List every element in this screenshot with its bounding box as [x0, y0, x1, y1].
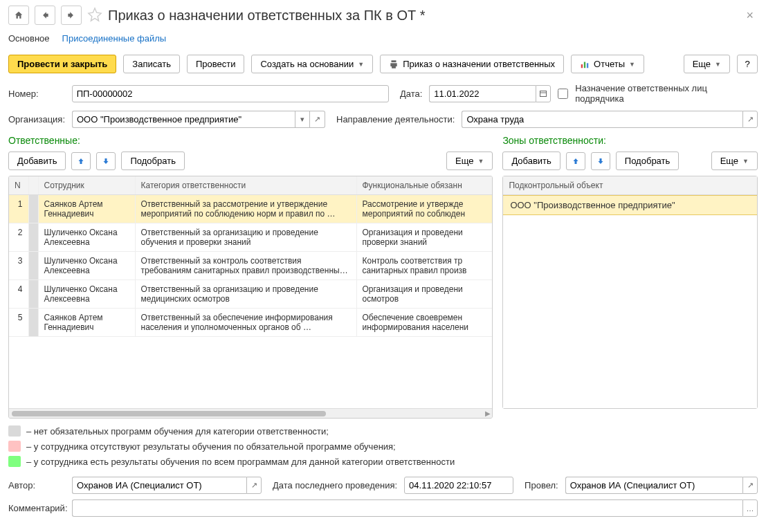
- print-icon: [389, 59, 399, 69]
- responsible-more-button[interactable]: Еще▼: [446, 152, 493, 170]
- open-ref-icon[interactable]: ↗: [246, 477, 262, 494]
- more-label: Еще: [693, 59, 711, 69]
- create-based-on-button[interactable]: Создать на основании ▼: [251, 55, 373, 73]
- caret-down-icon: ▼: [629, 61, 635, 68]
- cell-category: Ответственный за организацию и проведени…: [135, 280, 356, 309]
- zone-row[interactable]: ООО "Производственное предприятие": [503, 195, 757, 215]
- help-button[interactable]: ?: [737, 55, 758, 73]
- open-ref-icon[interactable]: ↗: [742, 477, 758, 494]
- save-button[interactable]: Записать: [123, 55, 180, 73]
- cell-employee: Саянков Артем Геннадиевич: [38, 195, 135, 223]
- home-button[interactable]: [8, 6, 29, 25]
- poster-label: Провел:: [525, 480, 558, 490]
- legend-swatch-green: [8, 456, 21, 467]
- favorite-star-icon[interactable]: [87, 7, 102, 24]
- cell-status: [28, 195, 38, 223]
- comment-label: Комментарий:: [8, 503, 65, 513]
- tab-attachments[interactable]: Присоединенные файлы: [62, 33, 167, 45]
- post-and-close-button[interactable]: Провести и закрыть: [8, 55, 116, 73]
- comment-input[interactable]: [72, 499, 742, 517]
- legend-text-pink: – у сотрудника отсутствуют результаты об…: [26, 441, 396, 452]
- col-header-employee[interactable]: Сотрудник: [38, 176, 135, 195]
- legend-text-gray: – нет обязательных программ обучения для…: [26, 426, 329, 437]
- org-input[interactable]: [72, 111, 295, 128]
- cell-status: [28, 280, 38, 309]
- col-header-duties[interactable]: Функциональные обязанн: [356, 176, 492, 195]
- zones-title: Зоны ответственности:: [502, 135, 758, 146]
- contractor-checkbox[interactable]: [558, 89, 568, 99]
- zones-more-button[interactable]: Еще▼: [711, 152, 758, 170]
- col-header-n[interactable]: N: [9, 176, 28, 195]
- responsible-add-button[interactable]: Добавить: [8, 152, 66, 170]
- cell-category: Ответственный за контроль соответствия т…: [135, 252, 356, 280]
- caret-down-icon: ▼: [715, 61, 721, 68]
- back-button[interactable]: [35, 6, 55, 25]
- move-down-button[interactable]: [591, 152, 610, 170]
- table-row[interactable]: 3Шуличенко Оксана АлексеевнаОтветственны…: [9, 252, 492, 280]
- zones-add-button[interactable]: Добавить: [502, 152, 560, 170]
- horizontal-scrollbar[interactable]: ▶: [9, 408, 492, 418]
- move-up-button[interactable]: [71, 152, 91, 170]
- caret-down-icon: ▼: [358, 61, 364, 68]
- lastpost-input[interactable]: [404, 477, 513, 494]
- reports-label: Отчеты: [594, 59, 625, 69]
- table-row[interactable]: 5Саянков Артем ГеннадиевичОтветственный …: [9, 309, 492, 337]
- open-ref-icon[interactable]: ↗: [742, 111, 758, 128]
- cell-status: [28, 309, 38, 337]
- svg-rect-2: [587, 63, 588, 68]
- cell-duties: Контроль соответствия тр санитарных прав…: [356, 252, 492, 280]
- cell-duties: Обеспечение своевремен информирования на…: [356, 309, 492, 337]
- number-label: Номер:: [8, 89, 65, 99]
- move-down-button[interactable]: [96, 152, 116, 170]
- zones-pick-button[interactable]: Подобрать: [616, 152, 679, 170]
- cell-duties: Рассмотрение и утвержде мероприятий по с…: [356, 195, 492, 223]
- cell-employee: Саянков Артем Геннадиевич: [38, 309, 135, 337]
- more-button[interactable]: Еще ▼: [684, 55, 730, 73]
- forward-button[interactable]: [61, 6, 82, 25]
- print-order-label: Приказ о назначении ответственных: [403, 59, 555, 69]
- cell-category: Ответственный за рассмотрение и утвержде…: [135, 195, 356, 223]
- author-input[interactable]: [72, 477, 246, 494]
- cell-status: [28, 223, 38, 252]
- move-up-button[interactable]: [566, 152, 585, 170]
- legend-swatch-gray: [8, 425, 21, 437]
- page-title: Приказ о назначении ответственных за ПК …: [108, 8, 736, 24]
- cell-n: 4: [9, 280, 28, 309]
- contractor-label: Назначение ответственных лиц подрядчика: [575, 83, 758, 104]
- number-input[interactable]: [72, 85, 389, 102]
- post-button[interactable]: Провести: [187, 55, 245, 73]
- table-row[interactable]: 4Шуличенко Оксана АлексеевнаОтветственны…: [9, 280, 492, 309]
- poster-input[interactable]: [565, 477, 742, 494]
- cell-employee: Шуличенко Оксана Алексеевна: [38, 223, 135, 252]
- close-button[interactable]: ×: [742, 8, 758, 23]
- print-order-button[interactable]: Приказ о назначении ответственных: [380, 55, 564, 73]
- cell-n: 1: [9, 195, 28, 223]
- direction-label: Направление деятельности:: [336, 114, 455, 125]
- cell-n: 3: [9, 252, 28, 280]
- direction-input[interactable]: [462, 111, 742, 128]
- cell-n: 5: [9, 309, 28, 337]
- cell-category: Ответственный за организацию и проведени…: [135, 223, 356, 252]
- cell-duties: Организация и проведени осмотров: [356, 280, 492, 309]
- dropdown-icon[interactable]: ▾: [295, 111, 310, 128]
- cell-employee: Шуличенко Оксана Алексеевна: [38, 252, 135, 280]
- zones-col-header[interactable]: Подконтрольный объект: [503, 176, 757, 195]
- col-header-category[interactable]: Категория ответственности: [135, 176, 356, 195]
- legend-text-green: – у сотрудника есть результаты обучения …: [26, 457, 455, 467]
- ellipsis-icon[interactable]: …: [742, 499, 758, 517]
- date-input[interactable]: [429, 85, 536, 102]
- reports-button[interactable]: Отчеты ▼: [571, 55, 644, 73]
- responsible-title: Ответственные:: [8, 135, 493, 146]
- calendar-icon[interactable]: [536, 85, 551, 102]
- org-label: Организация:: [8, 114, 65, 125]
- table-row[interactable]: 2Шуличенко Оксана АлексеевнаОтветственны…: [9, 223, 492, 252]
- tab-main[interactable]: Основное: [8, 33, 50, 45]
- col-header-status[interactable]: [28, 176, 38, 195]
- open-ref-icon[interactable]: ↗: [310, 111, 325, 128]
- svg-rect-3: [540, 91, 547, 97]
- table-row[interactable]: 1Саянков Артем ГеннадиевичОтветственный …: [9, 195, 492, 223]
- cell-duties: Организация и проведени проверки знаний: [356, 223, 492, 252]
- lastpost-label: Дата последнего проведения:: [273, 480, 397, 490]
- cell-status: [28, 252, 38, 280]
- responsible-pick-button[interactable]: Подобрать: [121, 152, 184, 170]
